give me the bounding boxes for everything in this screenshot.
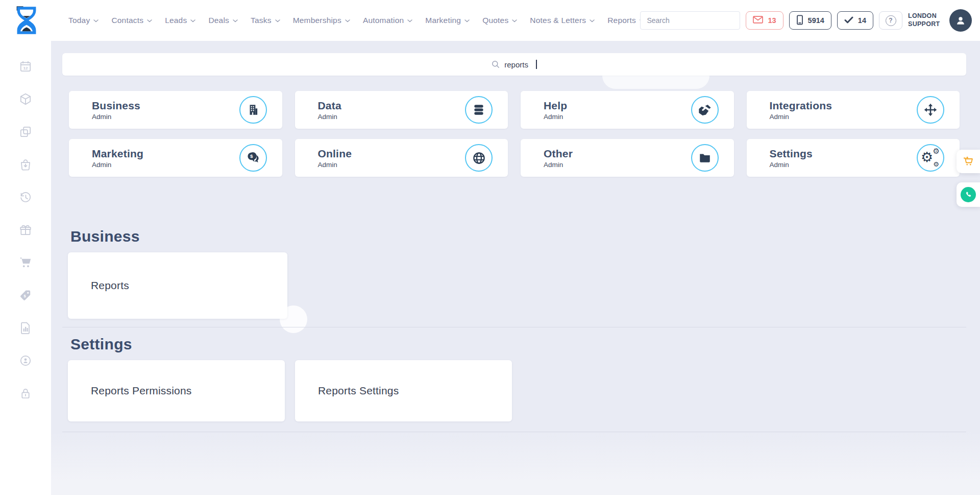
cart-icon — [962, 155, 974, 168]
app-window: Today Contacts Leads Deals Tasks Members… — [0, 0, 980, 495]
sidebar-item-calendar[interactable]: 12 — [18, 59, 33, 74]
reports-permissions-card[interactable]: Reports Permissions — [68, 360, 285, 421]
reports-settings-card[interactable]: Reports Settings — [295, 360, 512, 421]
module-search-input[interactable] — [504, 60, 533, 69]
tasks-badge[interactable]: 14 — [837, 11, 873, 30]
user-name: LONDON SUPPORT — [908, 12, 944, 28]
chevron-down-icon — [345, 19, 350, 22]
nav-item-tasks[interactable]: Tasks — [251, 16, 280, 25]
admin-card-data[interactable]: DataAdmin — [295, 91, 508, 129]
phone-icon — [961, 187, 976, 202]
cart-icon — [19, 256, 32, 269]
nav-item-quotes[interactable]: Quotes — [482, 16, 517, 25]
chevron-down-icon — [190, 19, 195, 22]
chevron-down-icon — [590, 19, 595, 22]
reports-card[interactable]: Reports — [68, 252, 287, 319]
admin-card-settings[interactable]: SettingsAdmin ⚙⚙⚙ — [747, 139, 960, 177]
lock-icon — [19, 387, 32, 400]
calls-count: 5914 — [808, 16, 824, 25]
global-search — [640, 11, 740, 30]
topbar-right: 13 5914 14 ? LONDON SUPPORT — [640, 0, 972, 41]
cart-tab[interactable] — [957, 150, 980, 173]
calendar-12-icon: 12 — [19, 60, 32, 73]
messages-badge[interactable]: 13 — [746, 11, 783, 30]
nav-item-deals[interactable]: Deals — [208, 16, 238, 25]
topbar: Today Contacts Leads Deals Tasks Members… — [0, 0, 980, 41]
sidebar-item-cart[interactable] — [18, 255, 33, 270]
gift-icon — [19, 223, 32, 237]
help-button[interactable]: ? — [879, 11, 902, 30]
nav-item-leads[interactable]: Leads — [165, 16, 195, 25]
module-search-bar[interactable] — [62, 53, 966, 76]
globe-icon — [465, 144, 493, 172]
content-area: BusinessAdmin DataAdmin HelpAdmin Integr… — [51, 41, 980, 495]
nav-item-today[interactable]: Today — [68, 16, 99, 25]
envelope-icon — [753, 16, 763, 25]
sidebar: 12 $ — [0, 41, 51, 495]
chevron-down-icon — [93, 19, 99, 22]
chevron-down-icon — [275, 19, 280, 22]
phone-badge[interactable]: 5914 — [789, 11, 831, 30]
cube-icon — [19, 92, 32, 106]
shopping-bag-icon — [19, 158, 32, 171]
admin-card-grid: BusinessAdmin DataAdmin HelpAdmin Integr… — [69, 91, 960, 177]
sidebar-item-copy[interactable] — [18, 125, 33, 139]
text-cursor — [536, 60, 537, 69]
sidebar-item-lock[interactable] — [18, 386, 33, 400]
admin-card-help[interactable]: HelpAdmin — [521, 91, 734, 129]
folder-icon — [691, 144, 719, 172]
price-tag-icon: $ — [19, 289, 32, 302]
app-logo-hourglass-icon[interactable] — [14, 5, 39, 36]
settings-cards-row: Reports Permissions Reports Settings — [68, 360, 960, 421]
nav-item-memberships[interactable]: Memberships — [293, 16, 350, 25]
section-title-settings: Settings — [70, 336, 980, 353]
business-cards-row: Reports — [68, 252, 960, 319]
admin-card-other[interactable]: OtherAdmin — [521, 139, 734, 177]
chevron-down-icon — [464, 19, 470, 22]
phone-tab[interactable] — [957, 182, 980, 207]
gears-icon: ⚙⚙⚙ — [917, 144, 944, 172]
main-nav: Today Contacts Leads Deals Tasks Members… — [68, 16, 675, 25]
nav-item-notes-letters[interactable]: Notes & Letters — [530, 16, 595, 25]
avatar[interactable] — [949, 9, 972, 32]
question-mark-icon: ? — [886, 15, 896, 26]
money-chat-icon: $ — [239, 144, 267, 172]
sidebar-item-shopping-bag[interactable] — [18, 157, 33, 172]
chevron-down-icon — [512, 19, 517, 22]
person-icon — [955, 15, 966, 26]
admin-card-integrations[interactable]: IntegrationsAdmin — [747, 91, 960, 129]
chevron-down-icon — [407, 19, 412, 22]
handshake-icon — [691, 96, 719, 124]
admin-card-marketing[interactable]: MarketingAdmin $ — [69, 139, 282, 177]
sidebar-item-history[interactable] — [18, 190, 33, 204]
sidebar-item-report-document[interactable] — [18, 321, 33, 335]
section-divider — [62, 432, 966, 432]
nav-item-contacts[interactable]: Contacts — [111, 16, 152, 25]
copy-icon — [19, 125, 32, 138]
sidebar-item-user-circle[interactable] — [18, 353, 33, 368]
sidebar-item-gift[interactable] — [18, 223, 33, 237]
smartphone-icon — [796, 15, 803, 27]
user-circle-icon — [19, 354, 32, 367]
nav-item-reports[interactable]: Reports — [607, 16, 645, 25]
chevron-down-icon — [147, 19, 152, 22]
svg-text:12: 12 — [23, 66, 28, 70]
sidebar-item-price-tag[interactable]: $ — [18, 288, 33, 302]
global-search-input[interactable] — [641, 16, 740, 25]
tasks-count: 14 — [858, 16, 866, 25]
section-title-business: Business — [70, 228, 980, 245]
admin-card-online[interactable]: OnlineAdmin — [295, 139, 508, 177]
building-icon — [239, 96, 267, 124]
chevron-down-icon — [233, 19, 238, 22]
messages-count: 13 — [768, 16, 776, 25]
admin-card-business[interactable]: BusinessAdmin — [69, 91, 282, 129]
svg-text:$: $ — [250, 153, 253, 159]
nav-item-marketing[interactable]: Marketing — [425, 16, 470, 25]
nav-item-automation[interactable]: Automation — [363, 16, 412, 25]
history-clock-icon — [19, 191, 32, 204]
move-arrows-icon — [917, 96, 944, 124]
sidebar-item-cube[interactable] — [18, 92, 33, 106]
report-chart-icon — [19, 321, 32, 335]
check-icon — [844, 16, 853, 25]
search-icon — [492, 60, 500, 68]
